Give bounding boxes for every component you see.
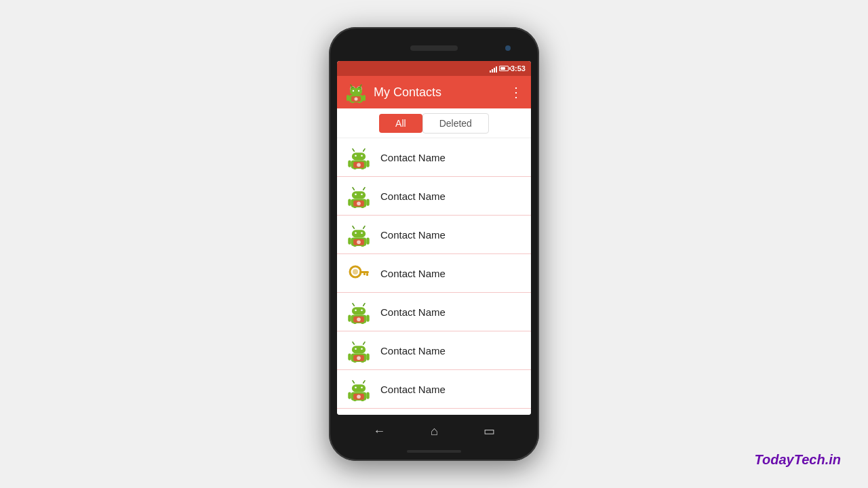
nav-back-button[interactable]: ← <box>373 424 385 439</box>
watermark: TodayTech.in <box>755 452 841 468</box>
svg-rect-64 <box>361 323 364 324</box>
svg-point-49 <box>357 240 361 244</box>
contact-list: Contact Name <box>337 138 531 415</box>
nav-home-button[interactable]: ⌂ <box>431 424 438 439</box>
list-item[interactable]: Contact Name <box>337 216 531 254</box>
more-options-icon[interactable]: ⋮ <box>509 84 523 100</box>
nav-recents-button[interactable]: ▭ <box>484 424 495 439</box>
svg-point-18 <box>361 155 363 157</box>
svg-rect-23 <box>361 168 364 169</box>
bottom-bezel: ← ⌂ ▭ <box>337 415 531 447</box>
svg-line-15 <box>363 149 365 151</box>
svg-line-27 <box>363 188 365 190</box>
svg-rect-45 <box>366 238 370 245</box>
svg-point-13 <box>355 98 358 101</box>
svg-line-3 <box>360 85 361 87</box>
svg-point-83 <box>361 386 363 388</box>
contact-name: Contact Name <box>380 268 446 279</box>
svg-rect-20 <box>348 161 351 167</box>
list-item[interactable]: Contact Name <box>337 331 531 370</box>
svg-rect-88 <box>361 400 364 401</box>
svg-rect-81 <box>352 384 366 392</box>
key-icon <box>347 261 371 285</box>
contact-name: Contact Name <box>380 345 446 357</box>
contact-name: Contact Name <box>380 152 446 163</box>
svg-rect-69 <box>352 346 366 353</box>
contact-avatar-icon <box>347 300 371 324</box>
svg-rect-4 <box>350 88 362 95</box>
svg-rect-22 <box>353 168 357 169</box>
svg-point-5 <box>353 90 354 92</box>
svg-rect-10 <box>351 102 354 103</box>
svg-point-78 <box>357 356 361 360</box>
svg-point-17 <box>355 155 357 157</box>
svg-rect-46 <box>353 245 357 247</box>
svg-point-82 <box>355 386 357 388</box>
contact-name: Contact Name <box>380 306 446 318</box>
tab-all[interactable]: All <box>379 114 422 133</box>
list-item[interactable]: Contact Name <box>337 254 531 293</box>
top-bezel <box>337 35 531 61</box>
tab-deleted[interactable]: Deleted <box>422 113 489 134</box>
svg-rect-52 <box>359 271 369 273</box>
svg-rect-75 <box>353 361 357 363</box>
svg-rect-44 <box>348 238 351 245</box>
svg-point-58 <box>355 309 357 311</box>
svg-rect-57 <box>352 307 366 314</box>
svg-line-38 <box>353 226 354 228</box>
svg-rect-40 <box>352 230 366 237</box>
svg-rect-86 <box>366 392 370 399</box>
svg-point-71 <box>361 348 363 350</box>
svg-rect-34 <box>353 207 357 208</box>
svg-rect-35 <box>361 207 364 208</box>
contact-avatar-icon <box>347 145 371 169</box>
list-item[interactable]: Contact Name <box>337 293 531 331</box>
list-item[interactable]: Contact Name <box>337 177 531 216</box>
svg-line-68 <box>363 342 365 344</box>
svg-line-67 <box>353 342 354 344</box>
home-bar <box>407 450 461 453</box>
svg-rect-21 <box>366 161 370 167</box>
contact-name: Contact Name <box>380 190 446 202</box>
svg-rect-33 <box>366 199 370 206</box>
contact-avatar-icon <box>347 222 371 247</box>
svg-line-56 <box>363 304 365 306</box>
svg-rect-53 <box>366 273 368 276</box>
svg-line-2 <box>351 85 352 87</box>
svg-point-25 <box>357 163 361 167</box>
status-bar: 3:53 <box>337 61 531 76</box>
svg-line-79 <box>353 381 354 383</box>
contact-name: Contact Name <box>380 229 446 241</box>
svg-point-6 <box>358 90 359 92</box>
svg-rect-47 <box>361 245 364 247</box>
list-item[interactable]: Contact Name <box>337 138 531 177</box>
contact-avatar-icon <box>347 377 371 401</box>
svg-rect-62 <box>366 315 370 322</box>
svg-rect-87 <box>353 400 357 401</box>
svg-rect-54 <box>363 273 366 275</box>
list-item[interactable]: Contact Name <box>337 370 531 409</box>
svg-point-59 <box>361 309 363 311</box>
contact-name: Contact Name <box>380 384 446 395</box>
svg-point-70 <box>355 348 357 350</box>
svg-rect-9 <box>363 95 366 101</box>
svg-line-55 <box>353 304 354 306</box>
svg-point-30 <box>361 193 363 195</box>
svg-rect-74 <box>366 354 370 361</box>
tab-bar: All Deleted <box>337 108 531 138</box>
contact-avatar-icon <box>347 184 371 208</box>
svg-line-39 <box>363 226 365 228</box>
svg-point-41 <box>355 232 357 234</box>
svg-line-26 <box>353 188 354 190</box>
svg-rect-76 <box>361 361 364 363</box>
phone-screen: 3:53 <box>337 61 531 415</box>
phone-shell: 3:53 <box>329 27 539 461</box>
contact-avatar-icon <box>347 338 371 363</box>
battery-icon <box>499 66 509 71</box>
svg-rect-32 <box>348 199 351 206</box>
status-time: 3:53 <box>511 64 526 73</box>
svg-rect-61 <box>348 315 351 322</box>
svg-point-29 <box>355 193 357 195</box>
svg-point-66 <box>357 317 361 321</box>
speaker <box>410 45 458 51</box>
